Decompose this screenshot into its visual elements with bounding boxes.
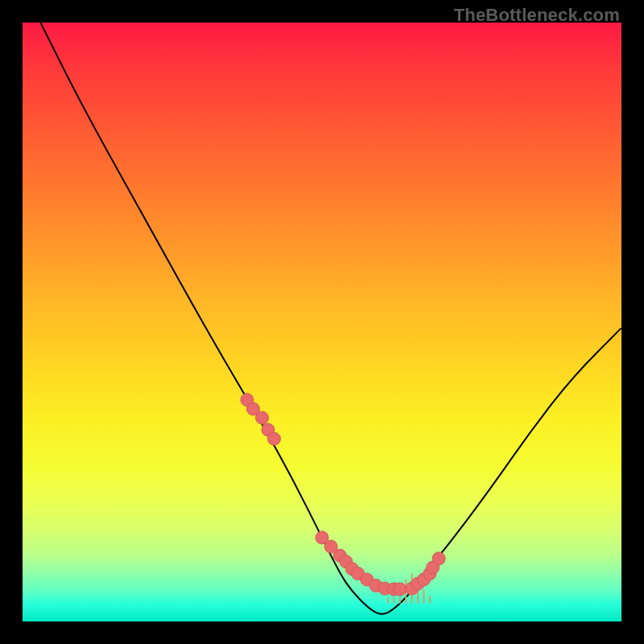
chart-marker-dot <box>246 402 259 415</box>
chart-svg <box>23 23 621 621</box>
chart-marker-dot <box>394 583 407 596</box>
chart-marker-dot <box>340 555 353 568</box>
chart-marker-dot <box>345 563 358 576</box>
chart-marker-dot <box>387 583 400 596</box>
chart-marker-dot <box>406 582 419 595</box>
chart-markers <box>241 394 445 596</box>
chart-marker-dot <box>361 573 374 586</box>
chart-marker-dot <box>352 567 365 580</box>
chart-frame: TheBottleneck.com <box>0 0 644 644</box>
chart-marker-dot <box>267 432 280 445</box>
chart-marker-dot <box>241 394 254 407</box>
chart-marker-dot <box>378 582 391 595</box>
chart-plot-area <box>23 23 621 621</box>
chart-marker-dot <box>432 552 445 565</box>
chart-ticks <box>388 573 430 604</box>
chart-marker-dot <box>316 531 328 544</box>
chart-marker-dot <box>256 411 269 424</box>
chart-marker-dot <box>262 423 275 436</box>
chart-marker-dot <box>324 540 337 553</box>
chart-marker-dot <box>423 567 436 580</box>
chart-marker-dot <box>411 577 424 590</box>
chart-marker-dot <box>417 573 430 586</box>
bottleneck-curve <box>40 23 621 614</box>
chart-marker-dot <box>369 579 382 592</box>
chart-marker-dot <box>333 549 346 562</box>
watermark-text: TheBottleneck.com <box>454 5 620 26</box>
chart-marker-dot <box>427 561 440 574</box>
